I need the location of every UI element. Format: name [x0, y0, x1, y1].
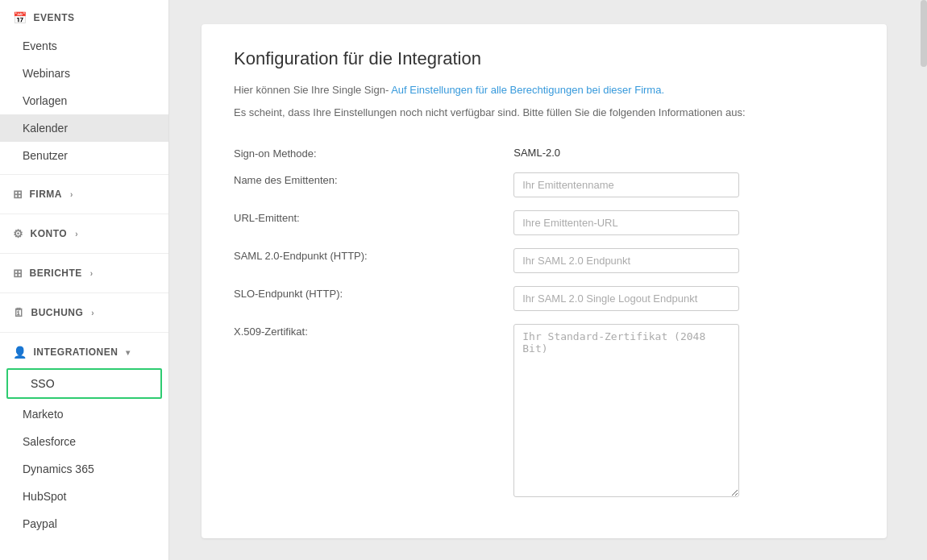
sidebar-item-kalender[interactable]: Kalender: [0, 114, 168, 142]
events-icon: 📅: [13, 11, 27, 24]
signon-label: Sign-on Methode:: [234, 139, 513, 166]
slo-endpoint-label: SLO-Endpunkt (HTTP):: [234, 280, 513, 317]
sidebar-berichte[interactable]: ⊞ BERICHTE ›: [0, 259, 168, 288]
sidebar-item-marketo[interactable]: Marketo: [0, 400, 168, 428]
firma-label: FIRMA: [30, 189, 63, 200]
main-content: Konfiguration für die Integration Hier k…: [169, 0, 927, 560]
berichte-icon: ⊞: [13, 267, 23, 280]
slo-endpoint-input[interactable]: [513, 286, 739, 311]
sidebar-firma[interactable]: ⊞ FIRMA ›: [0, 180, 168, 209]
content-area: Konfiguration für die Integration Hier k…: [169, 0, 927, 560]
divider-4: [0, 292, 168, 293]
konto-chevron: ›: [75, 230, 78, 239]
issuer-url-label: URL-Emittent:: [234, 204, 513, 242]
card-desc-text1: Hier können Sie Ihre Single Sign-: [234, 84, 391, 96]
card-desc-link: Auf Einstellungen für alle Berechtigunge…: [391, 84, 664, 96]
firma-icon: ⊞: [13, 188, 23, 201]
form-table: Sign-on Methode: SAML-2.0 Name des Emitt…: [234, 139, 854, 506]
saml-endpoint-input[interactable]: [513, 248, 739, 273]
berichte-chevron: ›: [90, 269, 94, 278]
buchung-icon: 🗓: [13, 306, 25, 319]
integrationen-icon: 👤: [13, 346, 27, 359]
integration-card: Konfiguration für die Integration Hier k…: [202, 24, 887, 538]
sidebar-buchung[interactable]: 🗓 BUCHUNG ›: [0, 298, 168, 327]
signon-static-value: SAML-2.0: [513, 140, 560, 159]
sidebar-item-sso[interactable]: SSO: [6, 368, 162, 399]
events-label: EVENTS: [34, 12, 75, 23]
integrationen-label: INTEGRATIONEN: [34, 346, 118, 358]
sidebar-item-webinars[interactable]: Webinars: [0, 60, 168, 87]
form-row-issuer-name: Name des Emittenten:: [234, 166, 854, 204]
issuer-url-input-cell: [513, 204, 854, 242]
sidebar-item-dynamics365[interactable]: Dynamics 365: [0, 455, 168, 483]
buchung-chevron: ›: [91, 309, 94, 317]
cert-input-cell: [513, 317, 854, 506]
divider-1: [0, 174, 168, 175]
cert-label: X.509-Zertifikat:: [234, 317, 513, 506]
signon-value: SAML-2.0: [513, 139, 854, 166]
issuer-name-input[interactable]: [513, 172, 739, 197]
firma-chevron: ›: [70, 190, 73, 199]
sidebar-integrationen[interactable]: 👤 INTEGRATIONEN ▾: [0, 338, 168, 367]
sidebar-item-paypal[interactable]: Paypal: [0, 510, 168, 537]
sidebar-item-benutzer[interactable]: Benutzer: [0, 142, 168, 169]
form-row-issuer-url: URL-Emittent:: [234, 204, 854, 242]
sidebar-events-header: 📅 EVENTS: [0, 0, 168, 32]
cert-textarea[interactable]: [513, 324, 739, 497]
card-title: Konfiguration für die Integration: [234, 48, 854, 69]
buchung-label: BUCHUNG: [31, 307, 84, 318]
sidebar-konto[interactable]: ⚙ KONTO ›: [0, 219, 168, 248]
form-row-signon: Sign-on Methode: SAML-2.0: [234, 139, 854, 166]
divider-5: [0, 332, 168, 333]
card-description-1: Hier können Sie Ihre Single Sign- Auf Ei…: [234, 82, 854, 98]
divider-3: [0, 253, 168, 254]
form-row-slo-endpoint: SLO-Endpunkt (HTTP):: [234, 280, 854, 317]
konto-icon: ⚙: [13, 227, 24, 240]
issuer-name-label: Name des Emittenten:: [234, 166, 513, 204]
saml-endpoint-input-cell: [513, 242, 854, 280]
integrationen-chevron: ▾: [126, 348, 131, 357]
konto-label: KONTO: [31, 228, 68, 239]
saml-endpoint-label: SAML 2.0-Endpunkt (HTTP):: [234, 242, 513, 280]
card-description-2: Es scheint, dass Ihre Einstellungen noch…: [234, 105, 854, 121]
slo-endpoint-input-cell: [513, 280, 854, 317]
sidebar-item-salesforce[interactable]: Salesforce: [0, 428, 168, 455]
scrollbar[interactable]: [921, 0, 927, 67]
form-row-cert: X.509-Zertifikat:: [234, 317, 854, 506]
divider-2: [0, 214, 168, 214]
issuer-url-input[interactable]: [513, 210, 739, 235]
sidebar-item-hubspot[interactable]: HubSpot: [0, 483, 168, 510]
berichte-label: BERICHTE: [30, 268, 82, 279]
sidebar-item-events[interactable]: Events: [0, 32, 168, 60]
form-row-saml-endpoint: SAML 2.0-Endpunkt (HTTP):: [234, 242, 854, 280]
issuer-name-input-cell: [513, 166, 854, 204]
sidebar: 📅 EVENTS Events Webinars Vorlagen Kalend…: [0, 0, 169, 560]
sidebar-item-vorlagen[interactable]: Vorlagen: [0, 87, 168, 114]
